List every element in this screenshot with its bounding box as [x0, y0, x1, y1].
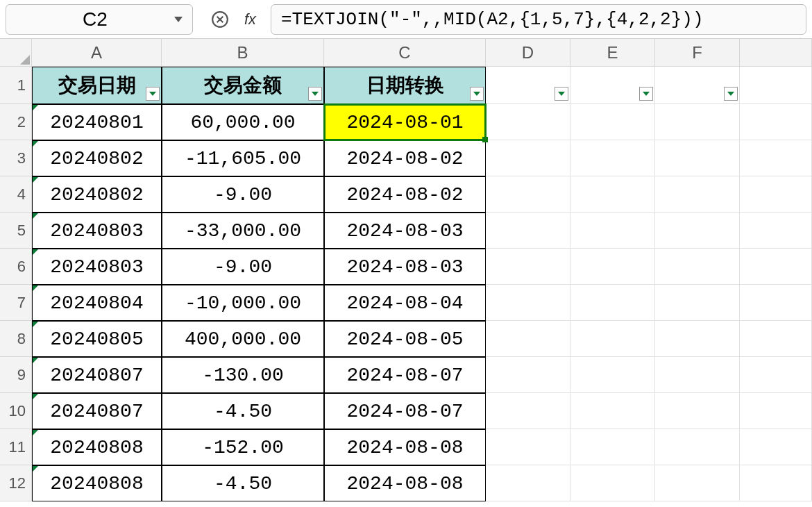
cell-E4[interactable]: [570, 176, 655, 213]
row-header-1[interactable]: 1: [0, 67, 32, 104]
cell-F8[interactable]: [655, 321, 740, 357]
row-header-6[interactable]: 6: [0, 249, 32, 285]
cell-D10[interactable]: [486, 393, 570, 429]
cell-B11[interactable]: -152.00: [162, 429, 324, 465]
filter-button[interactable]: [308, 87, 322, 101]
cell-F4[interactable]: [655, 176, 740, 213]
cell-blank-6[interactable]: [740, 249, 812, 285]
col-header-D[interactable]: D: [486, 39, 570, 67]
cell-blank-2[interactable]: [740, 104, 812, 140]
filter-button[interactable]: [555, 87, 568, 101]
cell-C5[interactable]: 2024-08-03: [324, 213, 486, 249]
cell-F6[interactable]: [655, 249, 740, 285]
cell-E6[interactable]: [570, 249, 655, 285]
cell-D2[interactable]: [486, 104, 570, 140]
col-header-F[interactable]: F: [655, 39, 740, 67]
cell-blank-11[interactable]: [740, 429, 812, 465]
cell-B1[interactable]: 交易金额: [162, 67, 324, 104]
name-box[interactable]: C2: [6, 4, 193, 35]
cell-A11[interactable]: 20240808: [32, 429, 162, 465]
cell-A12[interactable]: 20240808: [32, 465, 162, 501]
cell-F11[interactable]: [655, 429, 740, 465]
cell-F7[interactable]: [655, 285, 740, 321]
row-header-5[interactable]: 5: [0, 213, 32, 249]
cell-A8[interactable]: 20240805: [32, 321, 162, 357]
filter-button[interactable]: [470, 87, 484, 101]
cell-blank-5[interactable]: [740, 213, 812, 249]
cell-C2[interactable]: 2024-08-01: [324, 104, 486, 140]
cell-C6[interactable]: 2024-08-03: [324, 249, 486, 285]
row-header-11[interactable]: 11: [0, 429, 32, 465]
cell-blank-7[interactable]: [740, 285, 812, 321]
cell-B9[interactable]: -130.00: [162, 357, 324, 393]
cell-F9[interactable]: [655, 357, 740, 393]
cell-A6[interactable]: 20240803: [32, 249, 162, 285]
cell-C10[interactable]: 2024-08-07: [324, 393, 486, 429]
cell-E8[interactable]: [570, 321, 655, 357]
cell-B5[interactable]: -33,000.00: [162, 213, 324, 249]
cell-D12[interactable]: [486, 465, 570, 501]
cell-blank-9[interactable]: [740, 357, 812, 393]
cell-D11[interactable]: [486, 429, 570, 465]
chevron-down-icon[interactable]: [174, 17, 183, 22]
cell-D6[interactable]: [486, 249, 570, 285]
cell-B8[interactable]: 400,000.00: [162, 321, 324, 357]
cell-blank-8[interactable]: [740, 321, 812, 357]
cell-B12[interactable]: -4.50: [162, 465, 324, 501]
cell-A4[interactable]: 20240802: [32, 176, 162, 213]
cell-E3[interactable]: [570, 140, 655, 176]
cell-D9[interactable]: [486, 357, 570, 393]
cell-C8[interactable]: 2024-08-05: [324, 321, 486, 357]
row-header-2[interactable]: 2: [0, 104, 32, 140]
filter-button[interactable]: [724, 87, 738, 101]
cell-E10[interactable]: [570, 393, 655, 429]
cell-D4[interactable]: [486, 176, 570, 213]
cell-F10[interactable]: [655, 393, 740, 429]
row-header-4[interactable]: 4: [0, 176, 32, 213]
row-header-7[interactable]: 7: [0, 285, 32, 321]
cell-E5[interactable]: [570, 213, 655, 249]
cell-E7[interactable]: [570, 285, 655, 321]
filter-button[interactable]: [146, 87, 160, 101]
cell-B3[interactable]: -11,605.00: [162, 140, 324, 176]
cell-D3[interactable]: [486, 140, 570, 176]
cell-B4[interactable]: -9.00: [162, 176, 324, 213]
cell-A2[interactable]: 20240801: [32, 104, 162, 140]
cell-C3[interactable]: 2024-08-02: [324, 140, 486, 176]
cell-blank-4[interactable]: [740, 176, 812, 213]
cancel-formula-icon[interactable]: [211, 10, 229, 28]
cell-D7[interactable]: [486, 285, 570, 321]
cell-C4[interactable]: 2024-08-02: [324, 176, 486, 213]
col-header-A[interactable]: A: [32, 39, 162, 67]
cell-C11[interactable]: 2024-08-08: [324, 429, 486, 465]
cell-F1[interactable]: [655, 67, 740, 104]
cell-blank-10[interactable]: [740, 393, 812, 429]
cell-A10[interactable]: 20240807: [32, 393, 162, 429]
row-header-3[interactable]: 3: [0, 140, 32, 176]
row-header-12[interactable]: 12: [0, 465, 32, 501]
col-header-C[interactable]: C: [324, 39, 486, 67]
cell-D5[interactable]: [486, 213, 570, 249]
cell-A1[interactable]: 交易日期: [32, 67, 162, 104]
col-header-E[interactable]: E: [570, 39, 655, 67]
cell-F5[interactable]: [655, 213, 740, 249]
cell-E2[interactable]: [570, 104, 655, 140]
cell-A3[interactable]: 20240802: [32, 140, 162, 176]
cell-C9[interactable]: 2024-08-07: [324, 357, 486, 393]
cell-C1[interactable]: 日期转换: [324, 67, 486, 104]
cell-A5[interactable]: 20240803: [32, 213, 162, 249]
col-header-B[interactable]: B: [162, 39, 324, 67]
cell-F12[interactable]: [655, 465, 740, 501]
fx-icon[interactable]: fx: [244, 10, 262, 28]
cell-blank-1[interactable]: [740, 67, 812, 104]
cell-C12[interactable]: 2024-08-08: [324, 465, 486, 501]
cell-B6[interactable]: -9.00: [162, 249, 324, 285]
cell-C7[interactable]: 2024-08-04: [324, 285, 486, 321]
cell-blank-12[interactable]: [740, 465, 812, 501]
filter-button[interactable]: [639, 87, 653, 101]
cell-B10[interactable]: -4.50: [162, 393, 324, 429]
cell-blank-3[interactable]: [740, 140, 812, 176]
row-header-9[interactable]: 9: [0, 357, 32, 393]
cell-B2[interactable]: 60,000.00: [162, 104, 324, 140]
cell-F3[interactable]: [655, 140, 740, 176]
